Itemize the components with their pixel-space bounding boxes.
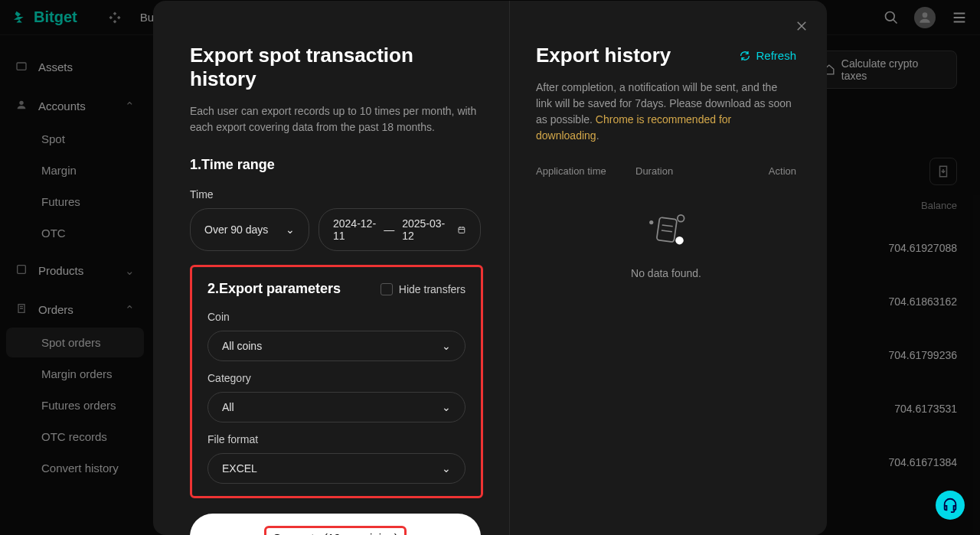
col-action: Action [727,165,796,177]
empty-icon [639,207,693,253]
export-params-highlight: 2.Export parameters Hide transfers Coin … [190,265,483,498]
generate-highlight: Generate (10 remaining) [264,526,406,535]
support-button[interactable] [936,491,965,520]
coin-select[interactable]: All coins ⌄ [207,331,466,361]
empty-state: No data found. [536,207,796,279]
history-table-header: Application time Duration Action [536,165,796,177]
checkbox-icon [381,283,393,295]
modal-desc: Each user can export records up to 10 ti… [190,103,483,135]
modal-overlay: Export spot transaction history Each use… [0,0,980,535]
category-label: Category [207,372,466,384]
hide-transfers-toggle[interactable]: Hide transfers [381,283,466,295]
generate-button[interactable]: Generate (10 remaining) [190,514,481,535]
chevron-down-icon: ⌄ [442,401,451,413]
svg-point-12 [649,220,653,224]
category-select[interactable]: All ⌄ [207,392,466,422]
svg-rect-6 [459,227,465,233]
refresh-button[interactable]: Refresh [739,49,796,62]
calendar-icon [457,224,466,236]
chevron-down-icon: ⌄ [442,462,451,475]
modal-left: Export spot transaction history Each use… [153,1,510,535]
date-range-picker[interactable]: 2024-12-11 — 2025-03-12 [318,208,481,251]
headset-icon [942,497,959,514]
svg-line-9 [662,230,672,232]
time-label: Time [190,188,483,201]
empty-text: No data found. [631,267,701,279]
coin-label: Coin [207,311,466,323]
svg-point-10 [675,237,684,245]
svg-line-8 [662,225,673,227]
time-preset-select[interactable]: Over 90 days ⌄ [190,208,309,251]
step1-title: 1.Time range [190,157,483,173]
modal-title: Export spot transaction history [190,44,483,91]
export-modal: Export spot transaction history Each use… [153,1,827,535]
modal-right: Export history Refresh After completion,… [510,1,827,535]
svg-rect-7 [657,217,678,243]
col-application-time: Application time [536,165,635,177]
export-history-title: Export history [536,44,671,67]
refresh-icon [739,50,751,62]
svg-point-11 [678,215,684,222]
close-icon [795,19,808,33]
col-duration: Duration [635,165,727,177]
step2-title: 2.Export parameters [207,281,341,297]
format-select[interactable]: EXCEL ⌄ [207,453,466,484]
format-label: File format [207,433,466,445]
chevron-down-icon: ⌄ [286,223,295,236]
export-history-desc: After completion, a notification will be… [536,80,796,144]
chevron-down-icon: ⌄ [442,340,451,352]
close-button[interactable] [795,19,808,37]
